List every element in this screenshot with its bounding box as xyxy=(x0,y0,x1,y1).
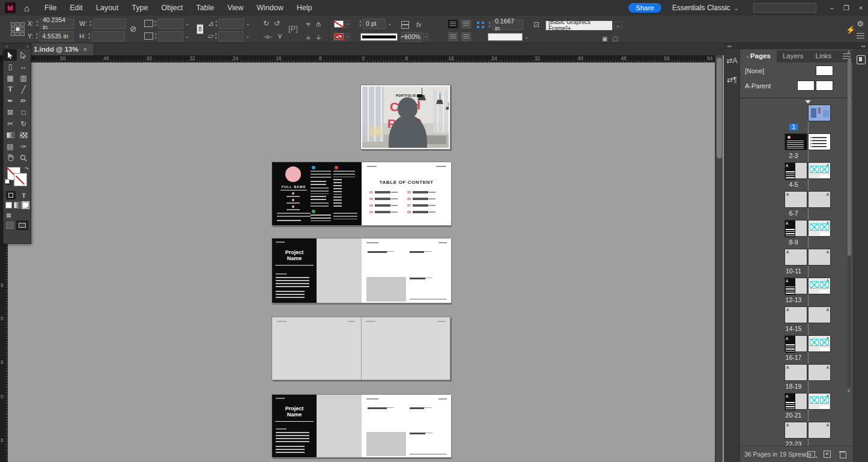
fill-swatch[interactable] xyxy=(334,20,344,28)
page-thumbnail[interactable]: A xyxy=(808,393,831,410)
page-thumbnail[interactable]: A xyxy=(785,220,807,237)
default-fill-stroke-icon[interactable] xyxy=(5,179,10,184)
menu-edit[interactable]: Edit xyxy=(63,4,90,12)
menu-table[interactable]: Table xyxy=(190,4,221,12)
gap-tool[interactable]: ↔ xyxy=(17,61,30,72)
page-thumbnail[interactable]: A xyxy=(785,249,807,266)
stroke-expand-icon[interactable]: › xyxy=(345,33,350,40)
master-a-parent-thumbnail-left[interactable] xyxy=(797,81,815,91)
formatting-affects-text-button[interactable]: T xyxy=(19,191,29,199)
w-stepper[interactable]: ∧∨ xyxy=(88,20,93,27)
stroke-style-dropdown[interactable] xyxy=(360,33,398,41)
corner-style-chevron-icon[interactable]: ⌄ xyxy=(524,34,529,40)
paragraph-styles-panel-icon[interactable]: ⇄¶ xyxy=(724,72,740,88)
search-input[interactable] xyxy=(753,3,816,13)
restore-button[interactable]: ❐ xyxy=(839,0,854,16)
y-stepper[interactable]: ∧∨ xyxy=(34,32,39,40)
text-wrap-bounding-icon[interactable] xyxy=(461,20,471,28)
stroke-weight-chevron-icon[interactable]: ⌄ xyxy=(387,20,392,26)
master-none-thumbnail[interactable] xyxy=(816,65,833,76)
scale-x-chevron-icon[interactable]: ⌄ xyxy=(185,20,190,26)
type-tool[interactable]: T xyxy=(4,84,17,95)
spread-project-1[interactable]: Project Name xyxy=(272,238,451,303)
page-thumbnail[interactable]: A xyxy=(785,278,807,294)
opacity-expand-icon[interactable]: › xyxy=(423,33,428,40)
align-bottom-icon[interactable]: ⫨ xyxy=(306,32,311,41)
x-stepper[interactable]: ∧∨ xyxy=(35,20,40,27)
spread-resume-toc[interactable]: FULL NAME xyxy=(272,162,451,226)
dock-collapse-right-icon[interactable]: ◂◂ xyxy=(861,44,865,49)
scroll-up-icon[interactable]: ∧ xyxy=(847,49,851,55)
apply-color-button[interactable] xyxy=(5,202,12,208)
pen-tool[interactable]: ✒ xyxy=(4,95,17,106)
menu-view[interactable]: View xyxy=(220,4,250,12)
menu-file[interactable]: File xyxy=(38,4,63,12)
note-tool[interactable]: ▤ xyxy=(4,141,17,152)
stroke-swatch[interactable] xyxy=(334,33,344,40)
page-thumbnail[interactable]: A xyxy=(785,422,807,439)
align-top-icon[interactable]: ⫧ xyxy=(306,20,311,28)
page-thumbnail[interactable]: A xyxy=(808,335,831,352)
spread-cover-page[interactable]: CHRDAO PORTFOLIO xyxy=(360,85,451,150)
y-field[interactable]: 4.5535 in xyxy=(39,31,74,41)
master-none-row[interactable]: [None] xyxy=(740,64,853,78)
page-thumbnail[interactable]: A xyxy=(808,220,831,237)
edit-page-size-icon[interactable] xyxy=(807,451,815,458)
distribute-horizontal-icon[interactable]: ⫛ xyxy=(317,20,321,28)
fill-expand-icon[interactable]: › xyxy=(345,20,350,28)
close-button[interactable]: × xyxy=(854,0,868,16)
share-button[interactable]: Share xyxy=(628,3,661,13)
menu-object[interactable]: Object xyxy=(154,4,189,12)
flip-vertical-icon[interactable]: ⋎ xyxy=(277,32,282,40)
page-thumbnail[interactable]: A xyxy=(808,306,831,323)
pencil-tool[interactable]: ✏ xyxy=(17,95,30,106)
page-tool[interactable]: ▯ xyxy=(4,61,17,72)
object-style-dropdown[interactable]: [Basic Graphics Frame]+ xyxy=(545,20,613,31)
scale-y-field[interactable] xyxy=(158,31,183,41)
page-thumbnail[interactable]: A xyxy=(808,364,831,381)
tab-links[interactable]: Links xyxy=(809,50,837,62)
object-style-chevron-icon[interactable]: ⌄ xyxy=(614,22,622,29)
page-thumbnail[interactable]: A xyxy=(808,191,831,208)
page-thumbnail[interactable]: A xyxy=(785,393,807,410)
canvas-vertical-scrollbar[interactable] xyxy=(715,55,723,462)
corner-style-dropdown[interactable] xyxy=(488,33,523,41)
rotation-stepper[interactable]: ∧∨ xyxy=(214,20,219,27)
reference-point-proxy[interactable] xyxy=(11,22,25,36)
page-thumbnail[interactable] xyxy=(808,105,831,121)
apply-gradient-button[interactable] xyxy=(14,202,20,208)
page-thumbnail[interactable]: A xyxy=(808,278,831,294)
workspace-chevron-icon[interactable]: ⌄ xyxy=(734,5,739,11)
tools-close-icon[interactable]: × xyxy=(26,44,29,49)
text-wrap-object-icon[interactable] xyxy=(448,32,458,41)
rotate-ccw-icon[interactable]: ↺ xyxy=(274,19,280,28)
hand-tool[interactable] xyxy=(4,152,17,163)
page-thumbnail[interactable] xyxy=(808,133,831,150)
cc-libraries-panel-icon[interactable] xyxy=(857,55,866,64)
tab-pages[interactable]: Pages xyxy=(740,50,777,62)
eyedropper-tool[interactable]: ✑ xyxy=(17,141,30,152)
screen-mode-button[interactable] xyxy=(16,220,28,230)
h-stepper[interactable]: ∧∨ xyxy=(87,32,92,40)
break-link-style-icon[interactable]: ▣ xyxy=(602,35,607,42)
rotate-cw-icon[interactable]: ↻ xyxy=(263,19,269,28)
tab-layers[interactable]: Layers xyxy=(777,50,810,62)
corner-radius-stepper[interactable]: ∧∨ xyxy=(487,21,492,28)
flip-horizontal-icon[interactable]: ◅▻ xyxy=(263,33,272,40)
document-canvas[interactable]: CHRDAO PORTFOLIO FULL NAME xyxy=(0,55,715,462)
clear-overrides-icon[interactable]: ▢ xyxy=(612,35,618,42)
distribute-vertical-icon[interactable]: ⫝ xyxy=(317,32,321,41)
document-tab[interactable]: 1.indd @ 13% × xyxy=(28,43,93,55)
page-thumbnail[interactable] xyxy=(785,133,807,150)
pages-list[interactable]: 12-3AA4-5AA6-7AA8-9AA10-11AA12-13AA14-15… xyxy=(740,99,853,446)
spread-blank-1[interactable] xyxy=(272,317,451,380)
text-wrap-jump-icon[interactable] xyxy=(461,32,471,41)
page-thumbnail[interactable]: A xyxy=(785,335,807,352)
selection-tool[interactable] xyxy=(4,49,17,61)
scale-y-chevron-icon[interactable]: ⌄ xyxy=(185,33,190,39)
menu-help[interactable]: Help xyxy=(290,4,319,12)
frame-fitting-icon[interactable]: ⊡ xyxy=(533,20,539,29)
create-new-page-icon[interactable] xyxy=(824,451,831,458)
scale-x-field[interactable] xyxy=(158,19,183,29)
page-thumbnail[interactable]: A xyxy=(785,306,807,323)
